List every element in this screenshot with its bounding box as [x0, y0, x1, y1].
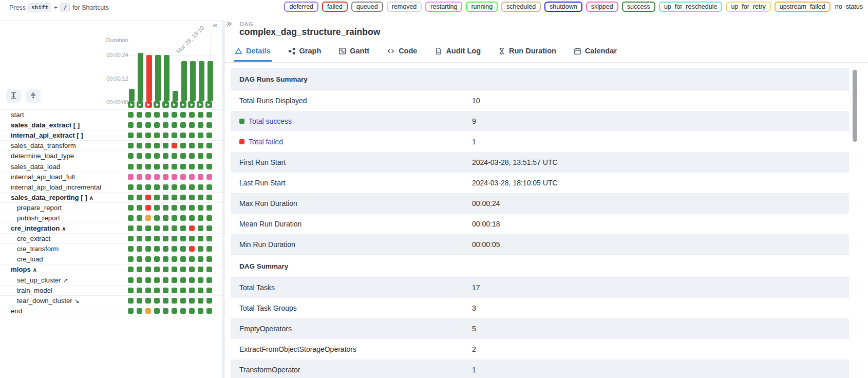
task-row-label[interactable]: set_up_cluster↗ [0, 276, 128, 284]
run-duration-bar[interactable] [155, 55, 161, 101]
task-instance-square-success[interactable] [206, 195, 212, 200]
task-instance-square-success[interactable] [137, 205, 142, 211]
run-duration-bar[interactable] [138, 53, 143, 101]
task-instance-square-success[interactable] [154, 164, 160, 169]
task-instance-square-success[interactable] [154, 225, 160, 231]
task-instance-square-success[interactable] [128, 122, 134, 128]
task-instance-square-success[interactable] [145, 164, 151, 169]
task-instance-square-success[interactable] [172, 184, 177, 190]
task-instance-square-success[interactable] [154, 112, 160, 118]
task-instance-square-success[interactable] [163, 225, 168, 231]
task-instance-square-success[interactable] [137, 184, 142, 190]
task-instance-square-skipped[interactable] [145, 174, 151, 180]
task-instance-square-success[interactable] [145, 112, 151, 118]
dag-run-status-square[interactable] [162, 101, 169, 108]
task-instance-square-success[interactable] [180, 164, 186, 169]
task-instance-square-success[interactable] [198, 122, 203, 128]
task-instance-square-success[interactable] [172, 308, 177, 314]
task-instance-square-success[interactable] [145, 133, 151, 138]
task-row-label[interactable]: sales_data_transform [0, 142, 128, 149]
legend-badge-removed[interactable]: removed [387, 2, 422, 12]
task-instance-square-success[interactable] [137, 122, 142, 128]
task-instance-square-success[interactable] [206, 215, 212, 221]
task-instance-square-success[interactable] [198, 164, 203, 169]
task-instance-square-success[interactable] [206, 256, 212, 262]
task-row-label[interactable]: prepare_report [0, 204, 128, 212]
details-scrollbar-thumb[interactable] [853, 70, 857, 142]
task-instance-square-success[interactable] [189, 277, 195, 283]
task-instance-square-success[interactable] [128, 205, 134, 211]
task-instance-square-success[interactable] [128, 133, 134, 138]
task-instance-square-success[interactable] [206, 225, 212, 231]
task-instance-square-skipped[interactable] [198, 174, 203, 180]
tab-run-duration[interactable]: Run Duration [497, 45, 557, 62]
task-row-label[interactable]: cre_transform [0, 245, 128, 253]
task-row-label[interactable]: tear_down_cluster↘ [0, 297, 128, 305]
task-instance-square-success[interactable] [128, 277, 134, 283]
task-instance-square-success[interactable] [137, 143, 142, 148]
task-instance-square-success[interactable] [145, 277, 151, 283]
task-instance-square-success[interactable] [198, 195, 203, 200]
task-instance-square-success[interactable] [198, 267, 203, 272]
task-instance-square-success[interactable] [180, 308, 186, 314]
task-instance-square-skipped[interactable] [163, 174, 168, 180]
task-instance-square-success[interactable] [154, 184, 160, 190]
task-instance-square-success[interactable] [198, 308, 203, 314]
task-instance-square-success[interactable] [145, 184, 151, 190]
legend-badge-running[interactable]: running [466, 2, 498, 12]
task-instance-square-success[interactable] [172, 215, 177, 221]
task-instance-square-success[interactable] [137, 225, 142, 231]
task-instance-square-success[interactable] [128, 298, 134, 304]
task-row-label[interactable]: cre_extract [0, 235, 128, 242]
task-instance-square-success[interactable] [180, 153, 186, 159]
task-instance-square-success[interactable] [206, 298, 212, 304]
task-instance-square-success[interactable] [206, 164, 212, 169]
run-duration-bar[interactable] [181, 61, 187, 101]
task-instance-square-success[interactable] [198, 133, 203, 138]
task-instance-square-success[interactable] [128, 153, 134, 159]
task-instance-square-success[interactable] [154, 215, 160, 221]
task-instance-square-success[interactable] [189, 112, 195, 118]
task-instance-square-success[interactable] [163, 267, 168, 272]
dag-run-status-square[interactable] [197, 101, 203, 108]
task-instance-square-success[interactable] [137, 153, 142, 159]
task-instance-square-success[interactable] [154, 256, 160, 262]
task-instance-square-success[interactable] [137, 236, 142, 241]
legend-badge-no_status[interactable]: no_status [834, 3, 864, 11]
task-instance-square-success[interactable] [189, 236, 195, 241]
task-row-label[interactable]: cre_load [0, 255, 128, 263]
task-row-label[interactable]: internal_api_extract [ ] [0, 131, 128, 139]
task-instance-square-success[interactable] [163, 236, 168, 241]
task-row-label[interactable]: cre_integration∧ [0, 224, 128, 232]
legend-badge-scheduled[interactable]: scheduled [501, 2, 541, 12]
task-instance-square-success[interactable] [180, 205, 186, 211]
task-instance-square-success[interactable] [206, 184, 212, 190]
task-instance-square-success[interactable] [128, 246, 134, 252]
chevron-up-icon[interactable]: ∧ [62, 225, 66, 232]
task-instance-square-success[interactable] [163, 184, 168, 190]
task-row-label[interactable]: publish_report [0, 214, 128, 222]
panel-resize-handle[interactable] [222, 21, 225, 378]
dag-run-status-square[interactable] [137, 101, 143, 108]
task-instance-square-skipped[interactable] [180, 174, 186, 180]
legend-badge-restarting[interactable]: restarting [425, 2, 462, 12]
task-instance-square-success[interactable] [163, 122, 168, 128]
task-instance-square-success[interactable] [180, 215, 186, 221]
task-instance-square-success[interactable] [172, 164, 177, 169]
task-instance-square-success[interactable] [180, 133, 186, 138]
task-instance-square-success[interactable] [145, 267, 151, 272]
task-instance-square-success[interactable] [163, 298, 168, 304]
task-instance-square-success[interactable] [154, 153, 160, 159]
legend-badge-shutdown[interactable]: shutdown [544, 2, 582, 12]
task-instance-square-success[interactable] [198, 184, 203, 190]
task-instance-square-success[interactable] [180, 112, 186, 118]
task-instance-square-success[interactable] [154, 298, 160, 304]
task-row-label[interactable]: mlops∧ [0, 266, 128, 273]
task-instance-square-success[interactable] [189, 267, 195, 272]
legend-badge-up_for_retry[interactable]: up_for_retry [726, 2, 770, 12]
chevron-up-icon[interactable]: ∧ [33, 267, 37, 273]
run-duration-bar[interactable] [146, 55, 152, 101]
task-instance-square-success[interactable] [145, 122, 151, 128]
task-instance-square-success[interactable] [145, 298, 151, 304]
task-instance-square-success[interactable] [189, 122, 195, 128]
